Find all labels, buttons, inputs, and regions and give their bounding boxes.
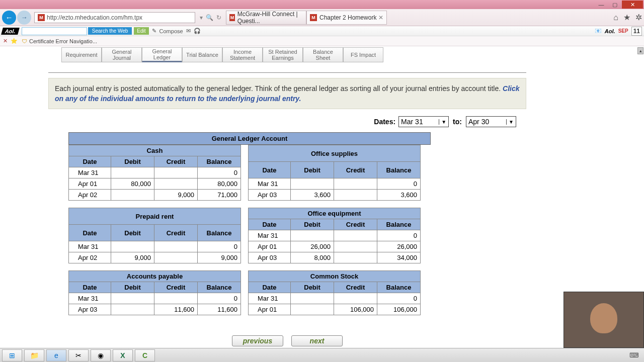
tools-icon[interactable]: ✲ — [635, 13, 642, 22]
account-title: Office equipment — [249, 208, 421, 219]
aol-brand: Aol. — [605, 28, 615, 34]
aol-search-button[interactable]: Search the Web — [88, 27, 132, 35]
account-title: Office supplies — [249, 145, 421, 162]
window-maximize-button[interactable]: ▢ — [608, 1, 621, 9]
col-balance: Balance — [198, 156, 241, 167]
address-bar[interactable]: M http://ezto.mheducation.com/hm.tpx — [34, 12, 195, 23]
table-row: Mar 310 — [69, 293, 241, 304]
tab-label: McGraw-Hill Connect | Questi... — [237, 11, 303, 25]
start-button[interactable]: ⊞ — [2, 349, 22, 361]
table-row: Apr 029,0009,000 — [69, 252, 241, 263]
chevron-down-icon: ▼ — [506, 119, 514, 125]
date-day-badge: 11 — [631, 27, 642, 36]
search-icon[interactable]: 🔍 — [206, 14, 213, 21]
step-tabs: Requirement General Journal General Ledg… — [61, 47, 526, 62]
shield-icon: 🛡 — [22, 38, 27, 44]
tab-close-icon[interactable]: ✕ — [378, 14, 383, 21]
divider — [48, 72, 526, 73]
instructions-text: Each journal entry is posted automatical… — [55, 84, 503, 93]
tab-favicon: M — [310, 14, 317, 21]
tab-general-ledger[interactable]: General Ledger — [142, 47, 182, 62]
browser-right-controls: ⌂ ★ ✲ — [613, 13, 642, 22]
browser-tab-1[interactable]: M Chapter 2 Homework ✕ — [306, 11, 387, 25]
ledger-accounts-payable: Accounts payable Date Debit Credit Balan… — [68, 270, 241, 315]
notice-text: Certificate Error Navigatio... — [29, 38, 97, 44]
aol-logo: Aol. — [1, 28, 20, 35]
pager: previous next — [48, 335, 526, 346]
dropdown-icon[interactable]: ▾ — [200, 14, 203, 21]
table-row: Apr 029,00071,000 — [69, 190, 241, 201]
date-to-select[interactable]: Apr 30 ▼ — [466, 116, 516, 127]
date-month: SEP — [618, 28, 628, 34]
dates-label: Dates: — [374, 118, 395, 126]
chevron-down-icon: ▼ — [439, 119, 446, 125]
aol-edit-button[interactable]: Edit — [134, 27, 148, 35]
table-row: Mar 310 — [249, 230, 421, 241]
aol-compose-link[interactable]: Compose — [159, 28, 183, 34]
ledger-common-stock: Common Stock Date Debit Credit Balance M… — [248, 270, 421, 315]
tab-balance-sheet[interactable]: Balance Sheet — [303, 47, 343, 62]
col-credit: Credit — [154, 156, 198, 167]
back-button[interactable]: ← — [2, 11, 16, 25]
aol-toolbar: Aol. Search the Web Edit ✎ Compose ✉ 🎧 📧… — [0, 26, 644, 36]
home-icon[interactable]: ⌂ — [613, 13, 618, 22]
tab-requirement[interactable]: Requirement — [61, 47, 102, 62]
date-range-row: Dates: Mar 31 ▼ to: Apr 30 ▼ — [48, 116, 516, 127]
previous-button[interactable]: previous — [232, 335, 283, 346]
ledger-master-header: General Ledger Account — [68, 132, 431, 145]
account-title: Cash — [69, 145, 241, 156]
aol-search-input[interactable] — [22, 27, 87, 35]
table-row: Mar 310 — [69, 241, 241, 252]
instructions-panel: Each journal entry is posted automatical… — [48, 78, 526, 109]
account-title: Prepaid rent — [69, 208, 241, 225]
table-row: Apr 0126,00026,000 — [249, 241, 421, 252]
date-from-select[interactable]: Mar 31 ▼ — [398, 116, 449, 127]
webcam-face — [590, 303, 617, 333]
table-row: Apr 01106,000106,000 — [249, 304, 421, 315]
col-date: Date — [69, 156, 111, 167]
ledger-prepaid-rent: Prepaid rent Date Debit Credit Balance M… — [68, 208, 241, 263]
tab-label: Chapter 2 Homework — [319, 14, 376, 21]
tab-retained-earnings[interactable]: St Retained Earnings — [263, 47, 303, 62]
ledger-office-supplies: Office supplies Date Debit Credit Balanc… — [248, 145, 421, 201]
chrome-icon[interactable]: ◉ — [91, 349, 111, 361]
tab-fs-impact[interactable]: FS Impact — [343, 47, 383, 62]
notice-close-icon[interactable]: ✕ — [3, 38, 8, 44]
mail-icon[interactable]: ✉ — [186, 28, 191, 34]
forward-button[interactable]: → — [17, 11, 31, 25]
ledger-office-equipment: Office equipment Date Debit Credit Balan… — [248, 208, 421, 263]
file-explorer-icon[interactable]: 📁 — [24, 349, 44, 361]
browser-tabs: M McGraw-Hill Connect | Questi... M Chap… — [226, 11, 387, 25]
tab-favicon: M — [229, 14, 235, 21]
excel-icon[interactable]: X — [113, 349, 133, 361]
tab-income-statement[interactable]: Income Statement — [222, 47, 263, 62]
window-minimize-button[interactable]: — — [595, 1, 608, 9]
refresh-icon[interactable]: ↻ — [216, 14, 221, 21]
table-row: Apr 033,6003,600 — [249, 190, 421, 201]
window-titlebar: — ▢ ✕ — [0, 0, 644, 9]
ledger-cash: Cash Date Debit Credit Balance Mar 310 A… — [68, 145, 241, 201]
next-button[interactable]: next — [291, 335, 343, 346]
webcam-overlay — [564, 292, 644, 348]
camtasia-icon[interactable]: C — [135, 349, 155, 361]
account-title: Common Stock — [249, 271, 421, 282]
table-row: Apr 0311,60011,600 — [69, 304, 241, 315]
aol-mail-icon[interactable]: 📧 — [595, 28, 602, 34]
browser-tab-0[interactable]: M McGraw-Hill Connect | Questi... — [226, 11, 306, 25]
table-row: Apr 0180,00080,000 — [69, 178, 241, 190]
tab-trial-balance[interactable]: Trial Balance — [182, 47, 222, 62]
tab-general-journal[interactable]: General Journal — [102, 47, 142, 62]
windows-taskbar: ⊞ 📁 e ✂ ◉ X C ⌨ — [0, 348, 644, 362]
table-row: Mar 310 — [249, 293, 421, 304]
window-close-button[interactable]: ✕ — [622, 1, 643, 9]
headphones-icon[interactable]: 🎧 — [194, 28, 201, 34]
browser-toolbar: ← → M http://ezto.mheducation.com/hm.tpx… — [0, 9, 644, 26]
favorites-star-icon[interactable]: ⭐ — [11, 38, 18, 44]
favorites-icon[interactable]: ★ — [623, 13, 630, 22]
app-icon[interactable]: ✂ — [68, 349, 89, 361]
keyboard-icon[interactable]: ⌨ — [629, 351, 639, 359]
compose-icon[interactable]: ✎ — [152, 28, 156, 34]
account-title: Accounts payable — [69, 271, 241, 282]
url-favicon: M — [38, 14, 45, 21]
ie-icon[interactable]: e — [46, 349, 66, 361]
